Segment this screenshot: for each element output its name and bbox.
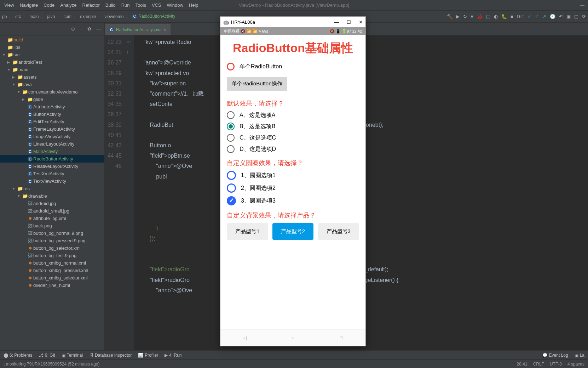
tree-item[interactable]: ▶📁androidTest [0,58,104,66]
tree-item[interactable]: CTextViewActivity [0,177,104,185]
tree-item[interactable]: ⬢divider_line_h.xml [0,282,104,289]
menu-run[interactable]: Run [119,2,133,8]
close-icon[interactable]: ✕ [359,19,363,25]
tree-item[interactable]: ▼📁drawable [0,192,104,200]
avd-icon[interactable]: ▣ [566,14,571,19]
tree-item[interactable]: CImageViewActivity [0,133,104,140]
tree-item[interactable]: ⬢attribute_bg.xml [0,215,104,222]
menu-navigate[interactable]: Navigate [17,2,41,8]
menu-tools[interactable]: Tools [133,2,149,8]
tree-item[interactable]: CButtonActivity [0,111,104,118]
hide-icon[interactable]: — [96,26,101,32]
tree-item[interactable]: 📁build [0,36,104,44]
tree-item[interactable]: ⬢button_xmlbg_pressed.xml [0,267,104,274]
tool-run[interactable]: ▶ 4: Run [165,353,181,358]
rerun-icon[interactable]: ↻ [463,14,467,19]
option-d[interactable]: D、这是选项D [227,145,359,153]
product-1[interactable]: 产品型号1 [227,223,268,240]
git-push-icon[interactable]: ↗ [542,14,546,19]
crumb-active[interactable]: CRadioButtonActivity [132,14,175,19]
back-icon[interactable]: ◁ [243,335,247,340]
option-b[interactable]: B、这是选项B [227,123,359,130]
tree-item[interactable]: 🖼android.jpg [0,200,104,207]
crumb[interactable]: example [80,14,96,19]
encoding[interactable]: UTF-8 [550,362,562,367]
tree-item[interactable]: ▶📁assets [0,73,104,81]
attach-icon[interactable]: 🐛 [501,14,507,19]
home-icon[interactable]: ○ [292,335,295,340]
circle-option-2[interactable]: 2、圆圈选项2 [227,183,359,193]
menu-window[interactable]: Window [164,2,186,8]
hammer-icon[interactable]: 🔨 [447,14,452,19]
tree-item[interactable]: 🖼back.png [0,222,104,230]
settings-icon[interactable]: ✿ [87,26,91,32]
layout-inspector[interactable]: ▣ La [575,353,584,358]
tree-item[interactable]: CFrameLayoutActivity [0,125,104,133]
tree-item[interactable]: CEditTextActivity [0,118,104,125]
tree-item[interactable]: ▼📁main [0,66,104,73]
tool-terminal[interactable]: ▣ Terminal [62,353,83,358]
circle-option-1[interactable]: 1、圆圈选项1 [227,171,359,180]
product-2[interactable]: 产品型号2 [272,223,314,240]
crumb[interactable]: viewdemo [104,14,123,19]
crumb[interactable]: pp [2,14,7,19]
tool-profiler[interactable]: 📊 Profiler [138,353,158,358]
tool-problems[interactable]: ⬤ 6: Problems [4,353,32,358]
tree-item[interactable]: CLinearLayoutActivity [0,140,104,148]
tree-item[interactable]: ⬢button_xmlbg_normal.xml [0,259,104,267]
option-c[interactable]: C、这是选项C [227,134,359,142]
crumb[interactable]: src [15,14,21,19]
line-sep[interactable]: CRLF [533,362,544,367]
menu-help[interactable]: Help [186,2,201,8]
run-icon[interactable]: ▶ [456,14,460,19]
bug-icon[interactable]: 🐞 [477,14,483,19]
tree-item[interactable]: CMainActivity [0,148,104,155]
tree-item[interactable]: 🖼button_bg_test.9.png [0,252,104,259]
coverage-icon[interactable]: ◐ [494,14,498,19]
sync-icon[interactable]: ⟳ [582,14,586,19]
single-rb-button[interactable]: 单个RadioButton操作 [227,77,287,91]
tree-item[interactable]: ▼📁java [0,81,104,88]
crumb[interactable]: main [29,14,39,19]
tree-item[interactable]: ▼📁res [0,185,104,192]
circle-option-3[interactable]: 3、圆圈选项3 [227,196,359,205]
single-radiobutton[interactable]: 单个RadioButton [227,63,359,70]
git-history-icon[interactable]: 🕘 [550,14,555,19]
tree-item[interactable]: CTestXmlActivity [0,170,104,177]
sdk-icon[interactable]: ▢ [574,14,578,19]
menu-refactor[interactable]: Refactor [80,2,103,8]
tree-item[interactable]: CRadioButtonActivity [0,155,104,163]
maximize-icon[interactable]: ☐ [347,19,351,25]
target-icon[interactable]: ⊕ [71,26,75,32]
tree-item[interactable]: CRelativeLayoutActivity [0,163,104,170]
tree-item[interactable]: 🖼button_bg_normal.9.png [0,230,104,237]
close-icon[interactable]: × [164,27,166,32]
tool-git[interactable]: ⎇ 9: Git [39,353,55,358]
debug-icon[interactable]: ≡ [471,14,473,19]
project-tree[interactable]: 📁build 📁libs▼📁src▶📁androidTest▼📁main▶📁as… [0,35,104,350]
tree-item[interactable]: ⬢button_bg_selector.xml [0,244,104,252]
git-update-icon[interactable]: ✓ [528,14,531,19]
tree-item[interactable]: ▼📁com.example.viewdemo [0,88,104,96]
option-a[interactable]: A、这是选项A [227,111,359,119]
stop-icon[interactable]: ■ [511,14,513,19]
crumb[interactable]: java [47,14,55,19]
tree-item[interactable]: ⬢button_xmlbg_selector.xml [0,274,104,282]
product-3[interactable]: 产品型号3 [318,223,359,240]
git-commit-icon[interactable]: ✓ [535,14,539,19]
indent[interactable]: 4 spaces [567,362,584,367]
menu-analyze[interactable]: Analyze [57,2,79,8]
recent-icon[interactable]: □ [340,335,343,340]
tree-item[interactable]: 🖼button_bg_pressed.9.png [0,237,104,244]
tab-radiobuttonactivity[interactable]: C RadioButtonActivity.java × [105,24,171,35]
tree-item[interactable]: ▼📁src [0,51,104,58]
event-log[interactable]: 💬 Event Log [542,353,568,358]
minimize-icon[interactable]: — [334,19,339,25]
minimize-icon[interactable]: — [580,2,584,8]
menu-view[interactable]: View [1,2,17,8]
tree-item[interactable]: ▶📁glide [0,96,104,103]
git-revert-icon[interactable]: ↶ [559,14,563,19]
menu-code[interactable]: Code [41,2,57,8]
collapse-icon[interactable]: ÷ [80,26,82,32]
menu-build[interactable]: Build [103,2,119,8]
